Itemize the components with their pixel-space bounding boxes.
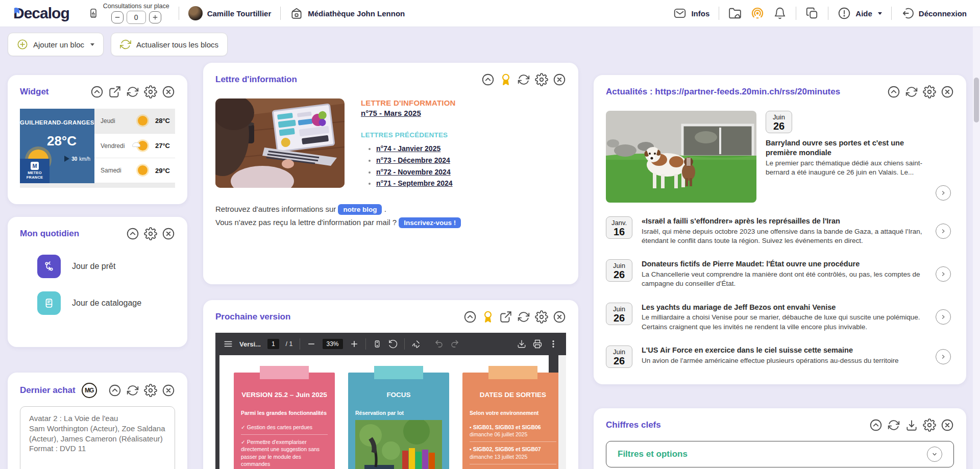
- gear-icon[interactable]: [535, 310, 548, 324]
- refresh-icon[interactable]: [126, 384, 139, 397]
- add-block-button[interactable]: Ajouter un bloc: [8, 33, 104, 56]
- collapse-icon[interactable]: [463, 310, 477, 324]
- quotidien-item-jour-de-pret[interactable]: Jour de prêt: [37, 255, 175, 278]
- refresh-icon[interactable]: [905, 85, 918, 98]
- zoom-in-icon[interactable]: [350, 339, 359, 349]
- page-scrollbar[interactable]: [973, 27, 980, 469]
- news-title: Barryland ouvre ses portes et c'est une …: [766, 138, 927, 158]
- fit-page-icon[interactable]: [373, 339, 382, 349]
- print-icon[interactable]: [533, 339, 542, 349]
- infos-button[interactable]: Infos: [673, 7, 709, 20]
- gear-icon[interactable]: [535, 73, 548, 86]
- chiffres-card: Chiffres clefs Filtres et options: [594, 408, 966, 469]
- increment-button[interactable]: [149, 11, 161, 23]
- pdf-zoom-level[interactable]: 33%: [323, 339, 343, 349]
- chevron-right-icon[interactable]: [936, 266, 951, 282]
- newsletter-card-title: Lettre d'information: [215, 75, 297, 85]
- collapse-icon[interactable]: [887, 85, 900, 98]
- previous-issue-link[interactable]: n°74 - Janvier 2025: [376, 144, 440, 153]
- tape-decoration: [374, 366, 423, 379]
- close-icon[interactable]: [162, 227, 175, 240]
- ribbon-icon[interactable]: [481, 310, 495, 324]
- chevron-right-icon[interactable]: [936, 224, 951, 239]
- news-item[interactable]: Juin 26 Donateurs fictifs de Pierre Maud…: [606, 259, 954, 288]
- more-options-icon[interactable]: [549, 339, 558, 349]
- close-icon[interactable]: [162, 384, 175, 397]
- external-link-icon[interactable]: [499, 310, 512, 324]
- external-link-icon[interactable]: [108, 85, 121, 98]
- consultations-count-input[interactable]: [127, 11, 146, 24]
- wind-speed: 30: [71, 156, 77, 162]
- quotidien-item-label: Jour de catalogage: [72, 299, 141, 308]
- gear-icon[interactable]: [144, 384, 157, 397]
- gear-icon[interactable]: [923, 418, 936, 432]
- previous-issue-link[interactable]: n°73 - Décembre 2024: [376, 156, 450, 164]
- download-icon[interactable]: [905, 418, 918, 432]
- filters-accordion[interactable]: Filtres et options: [606, 441, 954, 467]
- news-item[interactable]: Juin 26 Les yachts du mariage de Jeff Be…: [606, 303, 954, 332]
- close-icon[interactable]: [162, 85, 175, 98]
- ribbon-icon[interactable]: [499, 73, 512, 86]
- achat-details-box: Avatar 2 : La Voie de l'eau Sam Worthing…: [20, 406, 175, 469]
- previous-issue-link[interactable]: n°72 - Novembre 2024: [376, 168, 451, 176]
- close-icon[interactable]: [553, 73, 566, 86]
- pdf-page-input[interactable]: 1: [267, 339, 279, 349]
- download-icon[interactable]: [517, 339, 526, 349]
- current-issue-link[interactable]: n°75 - Mars 2025: [361, 109, 421, 117]
- achat-credits-line: Sam Worthington (Acteur), Zoe Saldana (A…: [29, 424, 166, 444]
- gear-icon[interactable]: [923, 85, 936, 98]
- refresh-icon[interactable]: [887, 418, 900, 432]
- menu-icon[interactable]: [224, 339, 233, 349]
- collapse-icon[interactable]: [481, 73, 495, 86]
- decalog-logo-text: Decalog: [13, 5, 69, 21]
- blog-suffix: .: [384, 205, 386, 213]
- news-item[interactable]: Juin 26 L'US Air Force en exercice dans …: [606, 345, 954, 368]
- pdf-scrollbar[interactable]: [558, 355, 566, 469]
- decrement-button[interactable]: [111, 11, 124, 23]
- zoom-out-icon[interactable]: [307, 339, 316, 349]
- weather-current-temp: 28°C: [20, 133, 94, 149]
- actionbar: Ajouter un bloc Actualiser tous les bloc…: [8, 33, 228, 56]
- previous-issue-link[interactable]: n°71 - Septembre 2024: [376, 179, 453, 187]
- close-icon[interactable]: [941, 418, 954, 432]
- page-scrollbar-thumb[interactable]: [974, 78, 979, 122]
- consultations-label: Consultations sur place: [103, 3, 169, 10]
- undo-icon[interactable]: [434, 339, 444, 349]
- refresh-icon[interactable]: [517, 73, 530, 86]
- annotate-icon[interactable]: [411, 339, 421, 349]
- pdf-doc-name: Versi...: [239, 340, 261, 348]
- library-selector[interactable]: Médiathèque John Lennon: [290, 7, 405, 20]
- rotate-icon[interactable]: [388, 339, 398, 349]
- user-menu[interactable]: Camille Tourtillier: [188, 6, 272, 20]
- quotidien-item-jour-de-catalogage[interactable]: Jour de catalogage: [37, 291, 175, 315]
- copy-blocks-icon[interactable]: [805, 7, 819, 20]
- redo-icon[interactable]: [450, 339, 459, 349]
- blog-link-button[interactable]: notre blog: [338, 204, 382, 215]
- decalog-logo[interactable]: Decalog: [13, 5, 69, 22]
- refresh-icon[interactable]: [126, 85, 139, 98]
- gear-icon[interactable]: [144, 227, 157, 240]
- logout-button[interactable]: Déconnexion: [901, 7, 967, 20]
- close-icon[interactable]: [553, 310, 566, 324]
- refresh-icon[interactable]: [517, 310, 530, 324]
- news-item[interactable]: Janv. 16 «Israël a failli s'effondrer» a…: [606, 216, 954, 245]
- chevron-right-icon[interactable]: [936, 309, 951, 325]
- sun-icon: [138, 165, 148, 175]
- infos-label: Infos: [691, 9, 709, 18]
- close-icon[interactable]: [941, 85, 954, 98]
- chevron-right-icon[interactable]: [936, 349, 951, 364]
- collapse-icon[interactable]: [108, 384, 121, 397]
- refresh-all-blocks-button[interactable]: Actualiser tous les blocs: [111, 33, 228, 56]
- subscribe-button[interactable]: Inscrivez-vous !: [399, 217, 461, 228]
- aide-menu[interactable]: Aide: [838, 7, 882, 20]
- bell-icon[interactable]: [773, 7, 787, 20]
- collapse-icon[interactable]: [126, 227, 139, 240]
- news-item[interactable]: Juin 26 Barryland ouvre ses portes et c'…: [606, 111, 954, 203]
- forecast-day: Samedi: [101, 167, 130, 174]
- broadcast-icon[interactable]: [751, 7, 764, 20]
- collapse-icon[interactable]: [869, 418, 883, 432]
- gear-icon[interactable]: [144, 85, 157, 98]
- folder-icon[interactable]: [728, 7, 742, 20]
- chevron-right-icon[interactable]: [936, 185, 951, 201]
- collapse-icon[interactable]: [90, 85, 104, 98]
